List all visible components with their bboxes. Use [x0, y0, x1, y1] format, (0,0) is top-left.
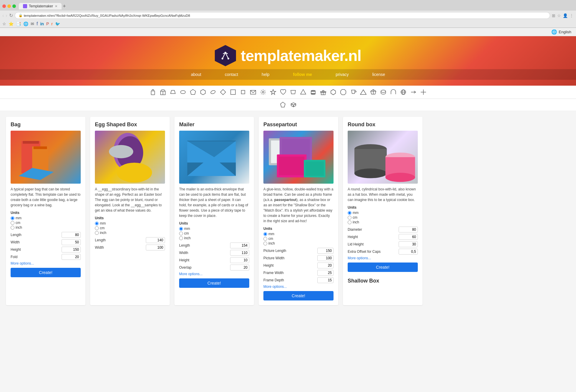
rb-offset-input[interactable]: [399, 249, 418, 255]
nav-privacy[interactable]: privacy: [336, 72, 349, 77]
back-button[interactable]: ‹: [2, 13, 4, 18]
bookmark-linkedin[interactable]: in: [40, 21, 44, 26]
bag-unit-mm[interactable]: [11, 216, 14, 220]
bag-unit-cm[interactable]: [11, 221, 14, 225]
bookmark-reddit[interactable]: r: [51, 21, 53, 26]
bag-height-input[interactable]: [62, 247, 81, 253]
shape-icon-gem[interactable]: [278, 100, 288, 109]
bookmark-item[interactable]: 📑: [16, 21, 21, 26]
egg-length-input[interactable]: [146, 237, 165, 243]
menu-icon[interactable]: ⋮: [570, 13, 574, 18]
shape-icon-icosahedron[interactable]: [369, 87, 378, 97]
shape-icon-round-box[interactable]: [379, 87, 388, 97]
shape-icon-polygon2[interactable]: [329, 87, 338, 97]
shape-icon-rhombus[interactable]: [208, 87, 218, 97]
bookmark-item[interactable]: ⭐: [9, 21, 14, 26]
bookmark-item[interactable]: ✉: [31, 21, 34, 26]
forward-button[interactable]: ›: [6, 13, 7, 18]
maximize-window-button[interactable]: [12, 4, 16, 8]
shape-icon-bag[interactable]: [148, 87, 158, 97]
mailer-more-options[interactable]: More options...: [179, 272, 249, 276]
shape-icon-arrow[interactable]: [409, 87, 418, 97]
pp-height-input[interactable]: [317, 263, 334, 268]
shape-icon-cross[interactable]: [419, 87, 428, 97]
bookmark-twitter[interactable]: 🐦: [55, 21, 60, 26]
bag-fold-input[interactable]: [62, 254, 81, 260]
mailer-height-input[interactable]: [230, 257, 249, 263]
shape-icon-cup[interactable]: [349, 87, 358, 97]
shape-icon-arch[interactable]: [389, 87, 398, 97]
egg-width-input[interactable]: [146, 245, 165, 250]
active-tab[interactable]: Templatemaker ✕: [19, 3, 62, 9]
tab-close-button[interactable]: ✕: [55, 4, 57, 8]
pp-create-button[interactable]: Create!: [263, 291, 334, 300]
rb-more-options[interactable]: More options...: [348, 256, 418, 260]
mailer-length-input[interactable]: [230, 242, 249, 248]
nav-follow-me[interactable]: follow me: [293, 72, 312, 77]
pp-unit-cm[interactable]: [263, 237, 267, 241]
mailer-unit-cm[interactable]: [179, 232, 183, 235]
egg-unit-inch[interactable]: [95, 231, 99, 235]
shape-icon-gear[interactable]: [258, 87, 268, 97]
shape-icon-pentagon[interactable]: [188, 87, 198, 97]
bag-more-options[interactable]: More options...: [11, 261, 81, 265]
egg-unit-cm[interactable]: [95, 226, 99, 230]
bag-create-button[interactable]: Create!: [11, 268, 81, 277]
pp-frame-depth-input[interactable]: [317, 277, 334, 283]
nav-license[interactable]: license: [372, 72, 385, 77]
rb-height-input[interactable]: [399, 234, 418, 240]
nav-help[interactable]: help: [262, 72, 269, 77]
bag-unit-inch[interactable]: [11, 226, 14, 230]
egg-unit-mm[interactable]: [95, 222, 99, 225]
pp-more-options[interactable]: More options...: [263, 285, 334, 289]
shape-icon-flat-box[interactable]: [289, 100, 298, 109]
minimize-window-button[interactable]: [7, 4, 11, 8]
pp-pic-length-input[interactable]: [317, 248, 334, 254]
close-window-button[interactable]: [2, 4, 6, 8]
profile-icon[interactable]: 👤: [563, 13, 568, 18]
bookmark-facebook[interactable]: f: [37, 21, 38, 26]
address-bar[interactable]: 🔒 templatemaker.nl/en/?fbclid=IwAR22QooN…: [15, 12, 550, 19]
shape-icon-box[interactable]: [158, 87, 168, 97]
shape-icon-tray[interactable]: [168, 87, 178, 97]
rb-lid-height-input[interactable]: [399, 241, 418, 247]
new-tab-button[interactable]: +: [63, 3, 66, 9]
language-label[interactable]: English: [559, 30, 571, 34]
shape-icon-square[interactable]: [228, 87, 238, 97]
shape-icon-small-square[interactable]: [238, 87, 248, 97]
shape-icon-triangle[interactable]: [359, 87, 368, 97]
mailer-overlap-input[interactable]: [230, 265, 249, 270]
mailer-width-input[interactable]: [230, 250, 249, 256]
rb-unit-cm[interactable]: [348, 216, 351, 220]
mailer-create-button[interactable]: Create!: [179, 278, 249, 288]
translate-icon[interactable]: ⊞: [552, 13, 555, 18]
bookmark-pinterest[interactable]: P: [46, 21, 49, 26]
bag-width-input[interactable]: [62, 239, 81, 245]
shape-icon-hexagon[interactable]: [198, 87, 208, 97]
nav-about[interactable]: about: [191, 72, 201, 77]
rb-unit-inch[interactable]: [348, 220, 351, 224]
shape-icon-diamond[interactable]: [218, 87, 228, 97]
shape-icon-cone[interactable]: [298, 87, 308, 97]
shape-icon-tube[interactable]: [178, 87, 188, 97]
refresh-button[interactable]: ↻: [9, 13, 13, 18]
shape-icon-sphere[interactable]: [399, 87, 408, 97]
shape-icon-gift[interactable]: [318, 87, 328, 97]
nav-contact[interactable]: contact: [225, 72, 238, 77]
rb-create-button[interactable]: Create!: [348, 263, 418, 272]
bookmark-icon[interactable]: ☆: [557, 13, 561, 18]
pp-pic-width-input[interactable]: [317, 255, 334, 261]
shape-icon-trapezoid[interactable]: [288, 87, 298, 97]
shape-icon-heart[interactable]: [278, 87, 288, 97]
pp-unit-inch[interactable]: [263, 242, 267, 245]
logo-icon[interactable]: [215, 45, 236, 66]
mailer-unit-mm[interactable]: [179, 227, 183, 231]
shape-icon-cylinder[interactable]: [308, 87, 318, 97]
shape-icon-envelope[interactable]: [248, 87, 258, 97]
shape-icon-octagon[interactable]: [339, 87, 348, 97]
shape-icon-star[interactable]: [268, 87, 278, 97]
bookmark-item[interactable]: ☆: [2, 21, 6, 26]
rb-diameter-input[interactable]: [399, 227, 418, 232]
rb-unit-mm[interactable]: [348, 211, 351, 215]
pp-frame-width-input[interactable]: [317, 270, 334, 276]
